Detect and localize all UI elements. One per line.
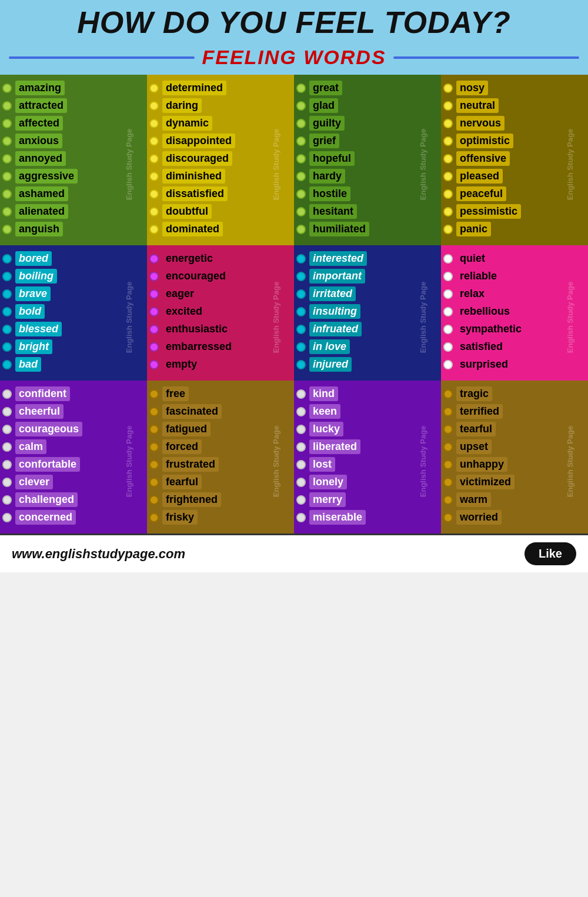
word-label: free <box>162 386 189 401</box>
word-dot <box>296 478 306 487</box>
word-dot <box>443 225 453 234</box>
word-dot <box>296 495 306 505</box>
word-item: forced <box>149 439 289 454</box>
word-dot <box>149 342 159 352</box>
word-dot <box>149 407 159 416</box>
word-dot <box>443 189 453 199</box>
word-item: lost <box>296 457 436 472</box>
word-dot <box>443 101 453 111</box>
word-item: nervous <box>443 116 583 131</box>
word-label: great <box>309 81 342 95</box>
word-label: courageous <box>15 422 82 436</box>
word-dot <box>443 254 453 264</box>
word-dot <box>443 207 453 216</box>
word-item: great <box>296 81 436 95</box>
word-dot <box>2 189 12 199</box>
word-label: calm <box>15 439 46 454</box>
word-label: nervous <box>456 116 505 131</box>
word-dot <box>296 289 306 299</box>
word-item: confident <box>2 386 142 401</box>
word-label: amazing <box>15 81 65 95</box>
word-dot <box>149 136 159 146</box>
word-dot <box>2 342 12 352</box>
cell-r1c2: determineddaringdynamicdisappointeddisco… <box>147 75 294 245</box>
word-dot <box>2 172 12 181</box>
word-label: anxious <box>15 134 62 148</box>
word-item: hostile <box>296 186 436 201</box>
word-label: affected <box>15 116 63 131</box>
word-item: offensive <box>443 151 583 166</box>
word-item: ashamed <box>2 186 142 201</box>
word-label: humiliated <box>309 222 369 236</box>
word-label: frisky <box>162 510 198 525</box>
word-label: kind <box>309 386 338 401</box>
like-button[interactable]: Like <box>524 542 576 565</box>
word-dot <box>443 342 453 352</box>
footer: www.englishstudypage.com Like <box>0 533 588 572</box>
subtitle-bar: FEELING WORDS <box>0 42 588 75</box>
word-label: encouraged <box>162 269 229 284</box>
word-item: annoyed <box>2 151 142 166</box>
word-item: energetic <box>149 251 289 266</box>
word-dot <box>149 189 159 199</box>
word-label: in love <box>309 339 350 354</box>
word-item: brave <box>2 286 142 301</box>
word-label: anguish <box>15 222 63 236</box>
word-dot <box>443 360 453 369</box>
word-item: grief <box>296 134 436 148</box>
word-label: annoyed <box>15 151 66 166</box>
word-label: embarressed <box>162 339 235 354</box>
word-label: dissatisfied <box>162 186 228 201</box>
word-dot <box>149 425 159 434</box>
word-item: amazing <box>2 81 142 95</box>
word-item: keen <box>296 404 436 419</box>
word-label: frightened <box>162 492 221 507</box>
word-item: neutral <box>443 98 583 113</box>
word-label: challenged <box>15 492 78 507</box>
word-label: dominated <box>162 222 223 236</box>
word-dot <box>296 84 306 93</box>
word-label: energetic <box>162 251 216 266</box>
word-item: in love <box>296 339 436 354</box>
word-dot <box>149 101 159 111</box>
word-label: frustrated <box>162 457 219 472</box>
word-label: interested <box>309 251 367 266</box>
word-label: diminished <box>162 169 225 184</box>
word-item: guilty <box>296 116 436 131</box>
word-item: dominated <box>149 222 289 236</box>
word-item: diminished <box>149 169 289 184</box>
word-dot <box>149 360 159 369</box>
word-item: bold <box>2 304 142 319</box>
word-label: victimized <box>456 475 514 489</box>
word-dot <box>443 289 453 299</box>
word-item: eager <box>149 286 289 301</box>
word-dot <box>443 442 453 452</box>
word-item: calm <box>2 439 142 454</box>
word-dot <box>296 154 306 164</box>
word-item: victimized <box>443 475 583 489</box>
word-item: boiling <box>2 269 142 284</box>
word-label: confident <box>15 386 70 401</box>
word-item: interested <box>296 251 436 266</box>
word-label: eager <box>162 286 198 301</box>
word-dot <box>296 101 306 111</box>
word-item: rebellious <box>443 304 583 319</box>
word-label: worried <box>456 510 502 525</box>
word-dot <box>149 442 159 452</box>
word-label: irritated <box>309 286 356 301</box>
word-label: lost <box>309 457 335 472</box>
word-label: keen <box>309 404 340 419</box>
word-dot <box>296 425 306 434</box>
word-dot <box>149 225 159 234</box>
word-label: doubtful <box>162 204 212 219</box>
word-item: blessed <box>2 322 142 336</box>
word-item: important <box>296 269 436 284</box>
word-label: confortable <box>15 457 80 472</box>
word-label: reliable <box>456 269 500 284</box>
word-dot <box>443 136 453 146</box>
word-label: disappointed <box>162 134 235 148</box>
word-label: hostile <box>309 186 350 201</box>
word-item: nosy <box>443 81 583 95</box>
word-label: warm <box>456 492 491 507</box>
word-label: boiling <box>15 269 57 284</box>
